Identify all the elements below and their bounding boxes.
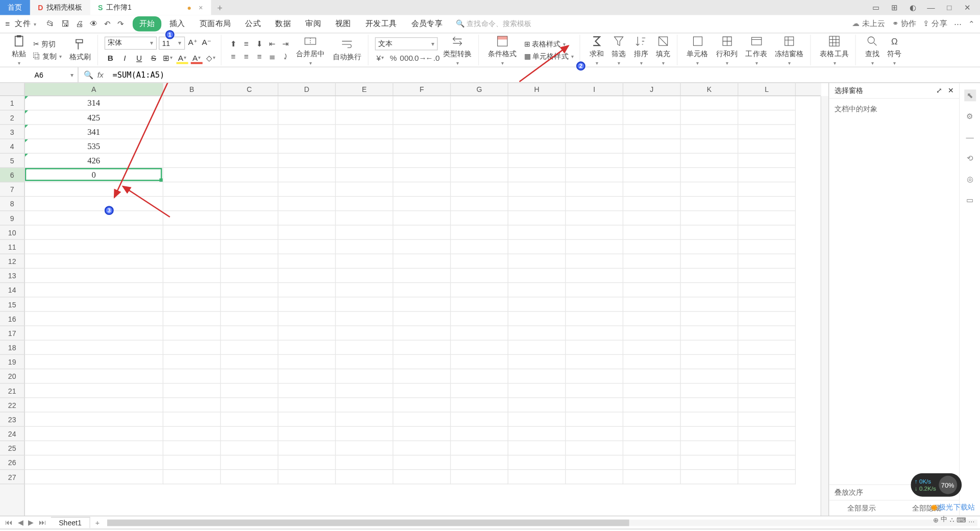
cell-F1[interactable] bbox=[394, 96, 451, 110]
location-icon[interactable]: ◎ bbox=[964, 173, 976, 185]
cell-I15[interactable] bbox=[566, 297, 623, 311]
cell-B1[interactable] bbox=[163, 96, 221, 110]
cell-F15[interactable] bbox=[394, 297, 451, 311]
align-top-icon[interactable]: ⬆ bbox=[228, 38, 238, 49]
cell-D16[interactable] bbox=[278, 312, 336, 326]
row-header-18[interactable]: 18 bbox=[0, 341, 24, 355]
cell-I16[interactable] bbox=[566, 312, 623, 326]
cell-D4[interactable] bbox=[278, 139, 336, 154]
cell-K6[interactable] bbox=[681, 168, 739, 182]
cell-C11[interactable] bbox=[221, 240, 279, 254]
font-name-select[interactable]: 宋体 bbox=[105, 36, 157, 50]
ribbon-tab-view[interactable]: 视图 bbox=[329, 16, 357, 31]
cell-G5[interactable] bbox=[451, 154, 508, 168]
cell-C13[interactable] bbox=[221, 269, 279, 283]
cell-E22[interactable] bbox=[336, 398, 394, 413]
cell-D2[interactable] bbox=[278, 110, 336, 125]
clear-format-button[interactable]: ◇▾ bbox=[205, 52, 217, 64]
cell-C5[interactable] bbox=[221, 154, 279, 168]
add-sheet-button[interactable]: + bbox=[90, 519, 105, 526]
cell-K26[interactable] bbox=[681, 455, 739, 470]
row-header-21[interactable]: 21 bbox=[0, 383, 24, 398]
row-header-4[interactable]: 4 bbox=[0, 139, 24, 154]
cell-I24[interactable] bbox=[566, 427, 623, 441]
find-fx-icon[interactable]: 🔍 bbox=[84, 70, 93, 80]
cell-E10[interactable] bbox=[336, 226, 394, 240]
col-header-J[interactable]: J bbox=[623, 83, 681, 95]
cell-E2[interactable] bbox=[336, 110, 394, 125]
ribbon-tab-start[interactable]: 开始 bbox=[133, 16, 161, 31]
cell-K18[interactable] bbox=[681, 341, 739, 355]
cell-E26[interactable] bbox=[336, 455, 394, 470]
cell-L24[interactable] bbox=[738, 427, 796, 441]
cell-C9[interactable] bbox=[221, 211, 279, 225]
cond-format-button[interactable]: 条件格式▾ bbox=[485, 33, 520, 67]
cell-K5[interactable] bbox=[681, 154, 739, 168]
cell-J26[interactable] bbox=[623, 455, 681, 470]
cell-style-button[interactable]: ▦单元格样式▾ bbox=[522, 51, 576, 62]
fx-icon[interactable]: fx bbox=[97, 70, 104, 80]
cell-G24[interactable] bbox=[451, 427, 508, 441]
cell-A15[interactable] bbox=[25, 297, 163, 311]
row-header-26[interactable]: 26 bbox=[0, 455, 24, 470]
number-format-select[interactable]: 文本 bbox=[375, 37, 438, 50]
table-style-button[interactable]: ⊞表格样式▾ bbox=[522, 38, 576, 50]
cell-B3[interactable] bbox=[163, 125, 221, 139]
row-header-22[interactable]: 22 bbox=[0, 398, 24, 413]
cell-H2[interactable] bbox=[508, 110, 566, 125]
col-header-B[interactable]: B bbox=[163, 83, 221, 95]
vertical-scrollbar[interactable] bbox=[821, 96, 828, 516]
user-icon[interactable]: ◐ bbox=[907, 3, 919, 12]
row-header-11[interactable]: 11 bbox=[0, 240, 24, 254]
cell-button[interactable]: 单元格▾ bbox=[684, 33, 710, 67]
cell-J25[interactable] bbox=[623, 441, 681, 455]
justify-icon[interactable]: ≣ bbox=[267, 51, 278, 61]
format-painter-button[interactable]: 格式刷 bbox=[67, 37, 93, 63]
cell-D15[interactable] bbox=[278, 297, 336, 311]
cell-D5[interactable] bbox=[278, 154, 336, 168]
cell-I8[interactable] bbox=[566, 197, 623, 211]
cell-C22[interactable] bbox=[221, 398, 279, 413]
cell-J24[interactable] bbox=[623, 427, 681, 441]
cell-L23[interactable] bbox=[738, 413, 796, 427]
cell-B12[interactable] bbox=[163, 254, 221, 269]
cell-L17[interactable] bbox=[738, 326, 796, 341]
copy-button[interactable]: ⿻复制▾ bbox=[31, 51, 64, 62]
coop-button[interactable]: ⚭ 协作 bbox=[892, 18, 917, 30]
align-bottom-icon[interactable]: ⬇ bbox=[254, 38, 264, 49]
cell-C21[interactable] bbox=[221, 383, 279, 398]
ribbon-tab-formula[interactable]: 公式 bbox=[239, 16, 267, 31]
cell-K19[interactable] bbox=[681, 355, 739, 369]
cell-F25[interactable] bbox=[394, 441, 451, 455]
cell-B4[interactable] bbox=[163, 139, 221, 154]
cell-A23[interactable] bbox=[25, 413, 163, 427]
orientation-icon[interactable]: ⤸ bbox=[280, 51, 290, 61]
cell-J27[interactable] bbox=[623, 470, 681, 484]
cell-C1[interactable] bbox=[221, 96, 279, 110]
col-header-F[interactable]: F bbox=[394, 83, 451, 95]
cell-A1[interactable]: 314 bbox=[25, 96, 163, 110]
border-button[interactable]: ⊞▾ bbox=[162, 52, 174, 64]
cell-H24[interactable] bbox=[508, 427, 566, 441]
cell-K14[interactable] bbox=[681, 283, 739, 297]
redo-icon[interactable]: ↷ bbox=[117, 19, 124, 29]
cell-G19[interactable] bbox=[451, 355, 508, 369]
cell-L21[interactable] bbox=[738, 383, 796, 398]
cell-I25[interactable] bbox=[566, 441, 623, 455]
increase-font-icon[interactable]: A⁺ bbox=[187, 36, 199, 48]
cell-H16[interactable] bbox=[508, 312, 566, 326]
cell-G25[interactable] bbox=[451, 441, 508, 455]
cell-L4[interactable] bbox=[738, 139, 796, 154]
cell-L12[interactable] bbox=[738, 254, 796, 269]
cell-G10[interactable] bbox=[451, 226, 508, 240]
cell-C24[interactable] bbox=[221, 427, 279, 441]
cell-B7[interactable] bbox=[163, 182, 221, 197]
ribbon-tab-insert[interactable]: 插入 bbox=[163, 16, 191, 31]
cell-K3[interactable] bbox=[681, 125, 739, 139]
row-header-19[interactable]: 19 bbox=[0, 355, 24, 369]
note-icon[interactable]: ▭ bbox=[964, 194, 976, 206]
cell-A22[interactable] bbox=[25, 398, 163, 413]
cell-L16[interactable] bbox=[738, 312, 796, 326]
cell-E13[interactable] bbox=[336, 269, 394, 283]
layout-icon[interactable]: ▭ bbox=[870, 3, 882, 12]
